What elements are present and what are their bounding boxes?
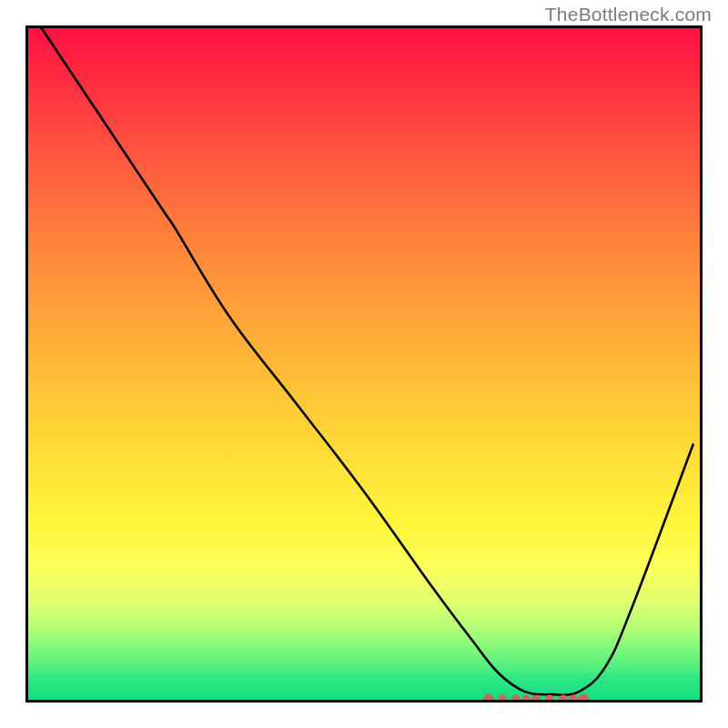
optimal-dot	[521, 694, 530, 703]
watermark-text: TheBottleneck.com	[545, 4, 712, 25]
plot-frame	[25, 25, 703, 703]
optimal-dot	[532, 694, 541, 703]
optimal-dot	[545, 694, 553, 703]
optimal-dot	[483, 693, 493, 703]
optimal-dot	[569, 694, 577, 703]
optimal-dot	[559, 694, 567, 703]
optimal-dot	[579, 693, 589, 703]
optimal-dot	[498, 694, 506, 703]
optimal-dots-layer	[28, 28, 700, 700]
chart-container: TheBottleneck.com	[0, 0, 728, 728]
optimal-dot	[511, 694, 520, 703]
